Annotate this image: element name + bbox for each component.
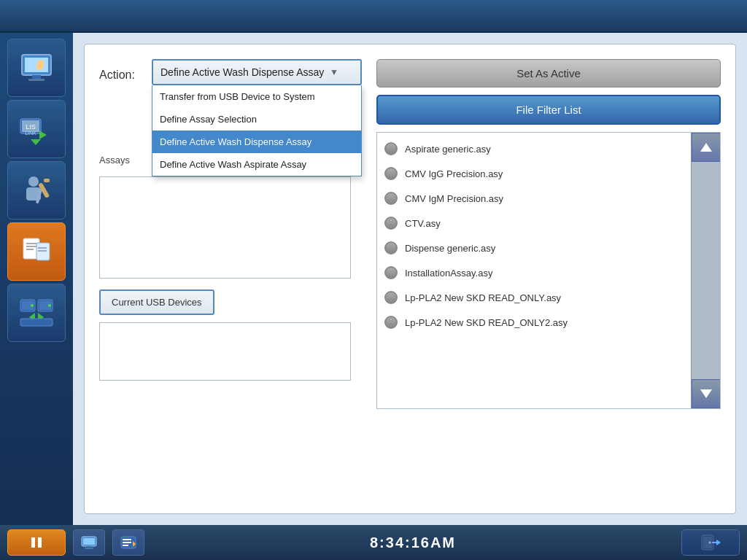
sidebar-btn-monitor[interactable] xyxy=(7,39,66,97)
sidebar-btn-system[interactable] xyxy=(7,284,66,342)
file-item-5[interactable]: InstallationAssay.asy xyxy=(377,260,691,285)
file-item-label-2: CMV IgM Precision.asy xyxy=(405,193,503,204)
content-area: Action: Define Active Wash Dispense Assa… xyxy=(73,33,747,525)
sidebar-btn-transfer[interactable]: LIS LINK xyxy=(7,100,66,158)
svg-rect-38 xyxy=(83,538,95,545)
svg-rect-14 xyxy=(44,179,50,182)
svg-text:LIS: LIS xyxy=(26,123,36,131)
dropdown-option-2[interactable]: Define Active Wash Dispense Assay xyxy=(152,131,361,153)
set-as-active-button[interactable]: Set As Active xyxy=(376,59,721,88)
file-item-2[interactable]: CMV IgM Precision.asy xyxy=(377,186,691,211)
svg-rect-35 xyxy=(31,537,35,548)
file-item-label-6: Lp-PLA2 New SKD READ_ONLY.asy xyxy=(405,292,561,303)
file-item-label-0: Aspirate generic.asy xyxy=(405,144,491,155)
svg-marker-10 xyxy=(31,139,41,145)
dropdown-arrow-icon: ▼ xyxy=(330,67,338,77)
svg-marker-9 xyxy=(39,131,47,139)
svg-rect-22 xyxy=(38,247,47,249)
dropdown-selected-text: Define Active Wash Dispense Assay xyxy=(160,66,324,78)
action-label: Action: xyxy=(99,63,143,82)
file-radio-0 xyxy=(384,142,398,155)
bottom-monitor-button[interactable] xyxy=(73,529,105,556)
usb-text-area[interactable] xyxy=(99,322,351,381)
dropdown-option-3[interactable]: Define Active Wash Aspirate Assay xyxy=(152,153,361,176)
time-display: 8:34:16AM xyxy=(152,534,674,551)
svg-marker-34 xyxy=(700,389,712,398)
svg-rect-39 xyxy=(87,546,91,548)
svg-point-26 xyxy=(31,304,34,307)
top-bar xyxy=(0,0,747,33)
svg-rect-44 xyxy=(123,545,128,546)
sidebar-btn-tools[interactable] xyxy=(7,161,66,219)
scroll-up-button[interactable] xyxy=(692,133,721,162)
scroll-down-button[interactable] xyxy=(692,379,721,408)
file-radio-4 xyxy=(384,241,398,254)
svg-rect-40 xyxy=(85,548,93,549)
pause-button[interactable] xyxy=(7,529,66,556)
svg-point-11 xyxy=(28,176,39,187)
file-item-label-5: InstallationAssay.asy xyxy=(405,268,492,279)
file-item-1[interactable]: CMV IgG Precision.asy xyxy=(377,161,691,186)
svg-rect-42 xyxy=(123,539,131,540)
current-usb-button[interactable]: Current USB Devices xyxy=(99,289,214,315)
file-item-label-3: CTV.asy xyxy=(405,218,441,229)
file-item-4[interactable]: Dispense generic.asy xyxy=(377,236,691,260)
svg-marker-33 xyxy=(700,143,712,152)
assay-text-area[interactable] xyxy=(99,176,351,279)
file-radio-3 xyxy=(384,217,398,230)
action-dropdown[interactable]: Define Active Wash Dispense Assay ▼ Tran… xyxy=(152,59,362,85)
file-list: Aspirate generic.asy CMV IgG Precision.a… xyxy=(377,133,691,408)
file-radio-5 xyxy=(384,266,398,279)
file-item-label-1: CMV IgG Precision.asy xyxy=(405,168,503,179)
svg-rect-3 xyxy=(28,79,44,81)
file-item-3[interactable]: CTV.asy xyxy=(377,211,691,236)
bottom-list-button[interactable] xyxy=(112,529,144,556)
file-filter-list-button[interactable]: File Filter List xyxy=(376,95,721,125)
svg-rect-18 xyxy=(26,246,36,247)
file-item-label-7: Lp-PLA2 New SKD READ_ONLY2.asy xyxy=(405,317,568,328)
svg-rect-2 xyxy=(32,75,41,79)
dropdown-menu: Transfer from USB Device to System Defin… xyxy=(152,85,362,176)
svg-rect-17 xyxy=(26,243,36,244)
file-radio-1 xyxy=(384,167,398,180)
svg-rect-36 xyxy=(38,537,42,548)
file-radio-6 xyxy=(384,291,398,304)
svg-text:LINK: LINK xyxy=(25,131,36,136)
file-item-0[interactable]: Aspirate generic.asy xyxy=(377,136,691,161)
svg-point-48 xyxy=(709,542,711,544)
svg-point-29 xyxy=(48,304,51,307)
dropdown-selected[interactable]: Define Active Wash Dispense Assay ▼ xyxy=(152,59,362,85)
file-list-container: Aspirate generic.asy CMV IgG Precision.a… xyxy=(376,132,721,409)
dropdown-option-0[interactable]: Transfer from USB Device to System xyxy=(152,85,361,108)
content-panel: Action: Define Active Wash Dispense Assa… xyxy=(84,44,736,514)
sidebar: LIS LINK xyxy=(0,33,73,525)
svg-rect-32 xyxy=(20,319,53,326)
svg-marker-50 xyxy=(716,540,721,545)
file-item-label-4: Dispense generic.asy xyxy=(405,243,495,254)
bottom-bar: 8:34:16AM xyxy=(0,525,747,560)
file-item-7[interactable]: Lp-PLA2 New SKD READ_ONLY2.asy xyxy=(377,310,691,335)
sidebar-btn-file-transfer[interactable] xyxy=(7,222,66,281)
dropdown-option-1[interactable]: Define Assay Selection xyxy=(152,108,361,131)
svg-rect-19 xyxy=(26,249,34,250)
file-item-6[interactable]: Lp-PLA2 New SKD READ_ONLY.asy xyxy=(377,285,691,310)
file-radio-2 xyxy=(384,192,398,205)
file-radio-7 xyxy=(384,316,398,329)
svg-rect-43 xyxy=(123,542,131,543)
svg-rect-23 xyxy=(38,250,47,252)
exit-button[interactable] xyxy=(681,529,740,556)
